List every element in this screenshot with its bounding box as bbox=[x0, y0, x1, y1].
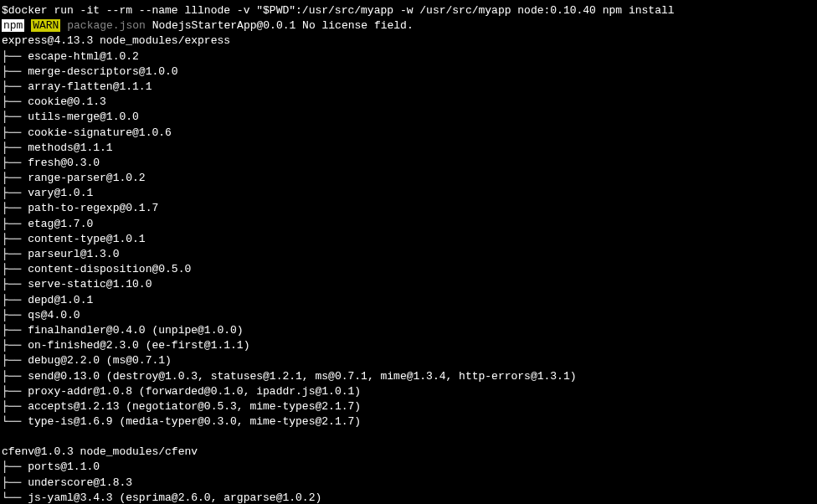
tree-branch-icon: ├── bbox=[2, 218, 28, 230]
tree-branch-icon: ├── bbox=[2, 339, 28, 352]
tree-item: ├── qs@4.0.0 bbox=[2, 308, 815, 323]
command-text: $docker run -it --rm --name lllnode -v "… bbox=[2, 4, 675, 17]
tree-branch-icon: ├── bbox=[2, 126, 28, 139]
dependency-name: debug@2.2.0 (ms@0.7.1) bbox=[28, 354, 172, 367]
tree-branch-icon: ├── bbox=[2, 400, 28, 413]
dependency-name: finalhandler@0.4.0 (unpipe@1.0.0) bbox=[28, 324, 243, 337]
dependency-name: accepts@1.2.13 (negotiator@0.5.3, mime-t… bbox=[28, 400, 361, 413]
tree-item: ├── content-disposition@0.5.0 bbox=[2, 262, 815, 277]
tree-item: ├── array-flatten@1.1.1 bbox=[2, 80, 815, 95]
tree-branch-icon: ├── bbox=[2, 95, 28, 108]
tree-branch-icon: ├── bbox=[2, 111, 28, 123]
tree-branch-icon: ├── bbox=[2, 172, 28, 184]
tree-item: ├── debug@2.2.0 (ms@0.7.1) bbox=[2, 353, 815, 368]
tree-branch-icon: ├── bbox=[2, 187, 28, 199]
dependency-name: escape-html@1.0.2 bbox=[28, 50, 139, 63]
tree-item: ├── range-parser@1.0.2 bbox=[2, 171, 815, 186]
dependency-name: serve-static@1.10.0 bbox=[28, 278, 152, 291]
tree-branch-icon: ├── bbox=[2, 141, 28, 154]
tree-branch-icon: ├── bbox=[2, 278, 28, 291]
npm-warn-line: npm WARN package.json NodejsStarterApp@0… bbox=[2, 18, 815, 33]
tree-branch-icon: ├── bbox=[2, 157, 28, 169]
dependency-name: content-type@1.0.1 bbox=[28, 233, 145, 245]
tree-branch-icon: ├── bbox=[2, 50, 28, 63]
tree-item: ├── content-type@1.0.1 bbox=[2, 232, 815, 247]
tree-item: ├── cookie-signature@1.0.6 bbox=[2, 126, 815, 141]
blank-line bbox=[2, 429, 815, 445]
dependency-name: send@0.13.0 (destroy@1.0.3, statuses@1.2… bbox=[28, 370, 576, 383]
tree-item: ├── utils-merge@1.0.0 bbox=[2, 110, 815, 125]
tree-item: ├── finalhandler@0.4.0 (unpipe@1.0.0) bbox=[2, 323, 815, 338]
cfenv-tree: ├── ports@1.1.0├── underscore@1.8.3└── j… bbox=[2, 460, 815, 504]
npm-badge: npm bbox=[2, 19, 24, 32]
tree-item: ├── fresh@0.3.0 bbox=[2, 156, 815, 171]
tree-item: ├── proxy-addr@1.0.8 (forwarded@0.1.0, i… bbox=[2, 384, 815, 399]
package-json-label: package.json bbox=[67, 19, 146, 32]
tree-item: ├── path-to-regexp@0.1.7 bbox=[2, 201, 815, 216]
tree-item: ├── depd@1.0.1 bbox=[2, 293, 815, 308]
warn-badge: WARN bbox=[31, 19, 60, 32]
dependency-name: etag@1.7.0 bbox=[28, 218, 93, 230]
tree-branch-icon: ├── bbox=[2, 370, 28, 383]
tree-item: ├── on-finished@2.3.0 (ee-first@1.1.1) bbox=[2, 338, 815, 353]
tree-branch-icon: ├── bbox=[2, 202, 28, 214]
tree-item: └── js-yaml@3.4.3 (esprima@2.6.0, argpar… bbox=[2, 491, 815, 504]
tree-branch-icon: ├── bbox=[2, 385, 28, 398]
tree-item: ├── vary@1.0.1 bbox=[2, 186, 815, 201]
dependency-name: utils-merge@1.0.0 bbox=[28, 111, 139, 123]
dependency-name: ports@1.1.0 bbox=[28, 460, 100, 473]
tree-item: ├── underscore@1.8.3 bbox=[2, 476, 815, 491]
warn-message: NodejsStarterApp@0.0.1 No license field. bbox=[146, 19, 414, 32]
dependency-name: js-yaml@3.4.3 (esprima@2.6.0, argparse@1… bbox=[28, 491, 321, 504]
tree-item: ├── ports@1.1.0 bbox=[2, 460, 815, 475]
dependency-name: on-finished@2.3.0 (ee-first@1.1.1) bbox=[28, 339, 249, 352]
dependency-name: type-is@1.6.9 (media-typer@0.3.0, mime-t… bbox=[28, 415, 361, 428]
dependency-name: qs@4.0.0 bbox=[28, 309, 80, 321]
tree-item: ├── accepts@1.2.13 (negotiator@0.5.3, mi… bbox=[2, 399, 815, 414]
tree-item: ├── etag@1.7.0 bbox=[2, 217, 815, 232]
tree-branch-icon: ├── bbox=[2, 80, 28, 93]
tree-item: ├── escape-html@1.0.2 bbox=[2, 49, 815, 64]
dependency-name: parseurl@1.3.0 bbox=[28, 248, 119, 260]
cfenv-header: cfenv@1.0.3 node_modules/cfenv bbox=[2, 445, 815, 460]
tree-branch-icon: ├── bbox=[2, 65, 28, 78]
tree-branch-icon: ├── bbox=[2, 460, 28, 473]
tree-branch-icon: ├── bbox=[2, 354, 28, 367]
tree-branch-icon: └── bbox=[2, 415, 28, 428]
dependency-name: underscore@1.8.3 bbox=[28, 476, 132, 489]
tree-branch-icon: ├── bbox=[2, 294, 28, 306]
dependency-name: vary@1.0.1 bbox=[28, 187, 93, 199]
dependency-name: content-disposition@0.5.0 bbox=[28, 263, 191, 275]
tree-branch-icon: ├── bbox=[2, 476, 28, 489]
dependency-name: merge-descriptors@1.0.0 bbox=[28, 65, 177, 78]
tree-branch-icon: ├── bbox=[2, 233, 28, 245]
tree-item: ├── send@0.13.0 (destroy@1.0.3, statuses… bbox=[2, 369, 815, 384]
dependency-name: fresh@0.3.0 bbox=[28, 157, 100, 169]
dependency-name: methods@1.1.1 bbox=[28, 141, 112, 154]
tree-branch-icon: ├── bbox=[2, 324, 28, 337]
tree-item: ├── merge-descriptors@1.0.0 bbox=[2, 64, 815, 80]
tree-item: ├── cookie@0.1.3 bbox=[2, 95, 815, 110]
dependency-name: cookie@0.1.3 bbox=[28, 95, 106, 108]
dependency-name: array-flatten@1.1.1 bbox=[28, 80, 152, 93]
tree-item: ├── parseurl@1.3.0 bbox=[2, 247, 815, 262]
tree-branch-icon: ├── bbox=[2, 248, 28, 260]
dependency-name: range-parser@1.0.2 bbox=[28, 172, 145, 184]
tree-item: └── type-is@1.6.9 (media-typer@0.3.0, mi… bbox=[2, 414, 815, 429]
tree-branch-icon: ├── bbox=[2, 309, 28, 321]
tree-branch-icon: └── bbox=[2, 491, 28, 504]
express-header: express@4.13.3 node_modules/express bbox=[2, 33, 815, 49]
express-tree: ├── escape-html@1.0.2├── merge-descripto… bbox=[2, 49, 815, 430]
dependency-name: proxy-addr@1.0.8 (forwarded@0.1.0, ipadd… bbox=[28, 385, 361, 398]
command-line: $docker run -it --rm --name lllnode -v "… bbox=[2, 3, 815, 18]
tree-item: ├── serve-static@1.10.0 bbox=[2, 277, 815, 292]
dependency-name: depd@1.0.1 bbox=[28, 294, 93, 306]
tree-item: ├── methods@1.1.1 bbox=[2, 141, 815, 156]
tree-branch-icon: ├── bbox=[2, 263, 28, 275]
dependency-name: cookie-signature@1.0.6 bbox=[28, 126, 172, 139]
dependency-name: path-to-regexp@0.1.7 bbox=[28, 202, 158, 214]
